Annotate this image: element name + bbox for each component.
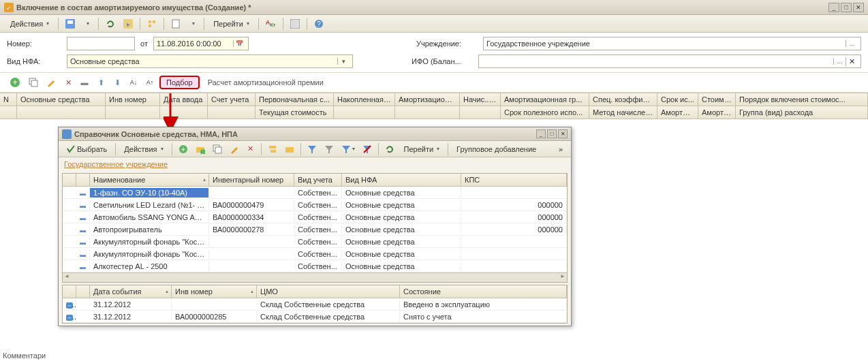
copy-icon[interactable]: [210, 142, 225, 156]
akt-icon[interactable]: АКт: [263, 17, 279, 31]
add-folder-icon[interactable]: [193, 142, 208, 156]
date-field[interactable]: 11.08.2016 0:00:00 📅: [153, 37, 249, 50]
table-row[interactable]: ▬1-фазн. СО ЭУ-10 (10-40А)Собствен...Осн…: [63, 187, 567, 199]
delete-row-icon[interactable]: ✕: [61, 76, 75, 89]
col-name[interactable]: Наименование▴: [90, 174, 209, 186]
form-row-2: Вид НФА: Основные средства ▾ ИФО (Балан.…: [0, 54, 868, 72]
report-icon[interactable]: [168, 17, 183, 31]
structure-icon[interactable]: [144, 17, 159, 31]
col-accum[interactable]: Накопленная амортизация: [334, 93, 395, 106]
col-order[interactable]: Порядок включения стоимос...: [736, 93, 868, 106]
col-cmo[interactable]: ЦМО: [257, 285, 400, 298]
ifo-clear-button[interactable]: ✕: [846, 57, 858, 66]
save-icon[interactable]: [63, 17, 78, 31]
group-add-button[interactable]: Групповое добавление: [452, 142, 541, 156]
filter-off-icon[interactable]: [322, 142, 337, 156]
settings-icon[interactable]: [288, 17, 303, 31]
save-dropdown[interactable]: [80, 17, 94, 31]
actions-menu[interactable]: Действия: [5, 17, 54, 31]
table-row[interactable]: ∼31.12.2012Склад Собственные средстваВве…: [63, 298, 567, 311]
col-cost[interactable]: Стоимо...: [698, 93, 736, 106]
arrow-up-icon[interactable]: ⬆: [94, 76, 108, 89]
more-icon[interactable]: »: [554, 142, 568, 156]
col-term[interactable]: Срок ис...: [657, 93, 698, 106]
col-inv-num[interactable]: Инвентарный номер: [209, 174, 294, 186]
col-initial[interactable]: Первоначальная с...: [255, 93, 334, 106]
edit-row-icon[interactable]: [44, 76, 59, 89]
dialog-minimize[interactable]: _: [536, 129, 546, 138]
move-folder-icon[interactable]: [282, 142, 297, 156]
col-state[interactable]: Состояние: [400, 285, 567, 298]
move-up-icon[interactable]: ▬: [78, 76, 91, 89]
org-lookup-button[interactable]: ...: [846, 40, 858, 47]
calendar-icon[interactable]: 📅: [233, 40, 245, 47]
add-icon[interactable]: +: [176, 142, 191, 156]
col-nfa-type[interactable]: Вид НФА: [342, 174, 461, 186]
ifo-lookup-button[interactable]: ...: [833, 58, 846, 65]
col-accrued[interactable]: Начис... аморт...: [460, 93, 501, 106]
svg-rect-18: [62, 129, 72, 139]
select-button[interactable]: Выбрать: [62, 142, 112, 156]
table-row[interactable]: ▬Светильник LED Lezard (№1- ма...ВА00000…: [63, 199, 567, 211]
col-n[interactable]: N: [0, 93, 17, 106]
table-row[interactable]: ▬Автомобиль SSANG YONG AGT..ВА0000000334…: [63, 211, 567, 223]
add-row-icon[interactable]: +: [7, 76, 23, 89]
breadcrumb[interactable]: Государственное учреждение: [59, 157, 571, 171]
col-event-date[interactable]: Дата события▴: [90, 285, 172, 298]
grid2-header: Дата события▴ Инв номер▴ ЦМО Состояние: [63, 285, 567, 298]
help-icon[interactable]: ?: [311, 17, 326, 31]
filter-icon[interactable]: [305, 142, 320, 156]
number-label: Номер:: [7, 40, 61, 48]
dialog-actions-menu[interactable]: Действия: [119, 142, 168, 156]
post-icon[interactable]: ▸: [121, 17, 136, 31]
svg-rect-9: [172, 20, 179, 28]
minimize-button[interactable]: _: [828, 3, 839, 12]
dialog-close[interactable]: ✕: [558, 129, 568, 138]
maximize-button[interactable]: □: [841, 3, 852, 12]
svg-rect-6: [149, 20, 151, 23]
col-assets[interactable]: Основные средства: [17, 93, 106, 106]
item-icon: ▬: [80, 215, 86, 221]
premium-calc-link[interactable]: Расчет амортизационной премии: [208, 78, 324, 87]
number-field[interactable]: [67, 37, 135, 50]
refresh-dialog-icon[interactable]: [382, 142, 397, 156]
report-dropdown[interactable]: [186, 17, 200, 31]
table-row[interactable]: ▬Аккумуляторный фонарь "Косм...Собствен.…: [63, 236, 567, 248]
filter-menu-icon[interactable]: [339, 142, 358, 156]
refresh-icon[interactable]: [103, 17, 118, 31]
col-inv-num2[interactable]: Инв номер▴: [172, 285, 257, 298]
org-field[interactable]: Государственное учреждение ...: [483, 37, 861, 50]
grid1-hscroll[interactable]: [63, 272, 567, 282]
from-label: от: [140, 40, 148, 48]
col-date[interactable]: Дата ввода: [160, 93, 208, 106]
dialog-goto-menu[interactable]: Перейти: [399, 142, 445, 156]
edit-icon[interactable]: [227, 142, 242, 156]
col-inv[interactable]: Инв номер: [106, 93, 160, 106]
sort-desc-icon[interactable]: A↑: [143, 76, 157, 89]
table-row[interactable]: ∼31.12.2012ВА0000000285Склад Собственные…: [63, 311, 567, 323]
sort-asc-icon[interactable]: A↓: [127, 76, 140, 89]
hierarchy-icon[interactable]: [265, 142, 280, 156]
col-acct-type[interactable]: Вид учета: [294, 174, 342, 186]
close-button[interactable]: ✕: [853, 3, 864, 12]
table-row[interactable]: ▬Алкотестер AL - 2500Собствен...Основные…: [63, 260, 567, 272]
nfa-dropdown-icon[interactable]: ▾: [337, 58, 350, 65]
podbor-button[interactable]: Подбор: [159, 76, 200, 89]
copy-row-icon[interactable]: [26, 76, 41, 89]
ifo-field[interactable]: ... ✕: [478, 54, 861, 68]
table-row[interactable]: ▬АвтопроигрывательВА0000000278Собствен..…: [63, 223, 567, 236]
arrow-down-icon[interactable]: ⬇: [110, 76, 124, 89]
col-account[interactable]: Счет учета: [208, 93, 255, 106]
delete-icon[interactable]: ✕: [244, 142, 258, 156]
filter-clear-icon[interactable]: [360, 142, 375, 156]
goto-menu[interactable]: Перейти: [208, 17, 254, 31]
nfa-type-field[interactable]: Основные средства ▾: [67, 54, 353, 68]
col-kps[interactable]: КПС: [461, 174, 567, 186]
table-row[interactable]: ▬Аккумуляторный фонарь "Косм...Собствен.…: [63, 248, 567, 260]
grid-toolbar: + ✕ ▬ ⬆ ⬇ A↓ A↑ Подбор Расчет амортизаци…: [0, 72, 868, 93]
col-group[interactable]: Амортизационная гр...: [501, 93, 589, 106]
col-coeff[interactable]: Спец. коэффици...: [589, 93, 657, 106]
main-grid-header-1: N Основные средства Инв номер Дата ввода…: [0, 93, 868, 106]
dialog-maximize[interactable]: □: [547, 129, 557, 138]
col-premium[interactable]: Амортизацион... премия: [395, 93, 460, 106]
